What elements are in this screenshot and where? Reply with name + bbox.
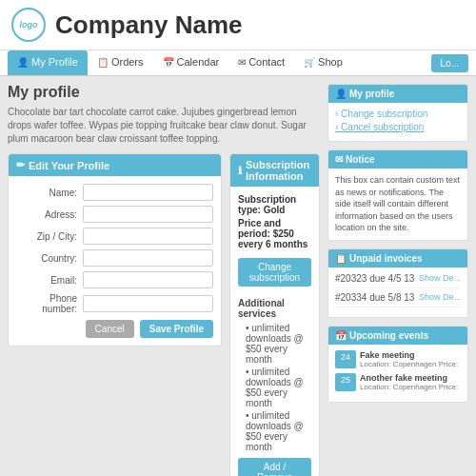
sidebar-profile-body: Change subscription Cancel subscription xyxy=(328,103,467,141)
form-actions: Cancel Save Profile xyxy=(16,320,213,338)
edit-profile-panel: ✏ Edit Your Profile Name: Adress: xyxy=(8,153,222,476)
notice-header: ✉ Notice xyxy=(328,150,467,169)
subscription-card: ℹ Subscription Information Subscription … xyxy=(229,153,320,476)
edit-profile-header: ✏ Edit Your Profile xyxy=(9,154,221,176)
cancel-button[interactable]: Cancel xyxy=(86,320,134,338)
event-item-1: 24 Fake meeting Location: Copenhagen Pri… xyxy=(335,350,461,368)
unpaid-icon: 📋 xyxy=(335,253,347,264)
country-input[interactable] xyxy=(83,249,213,267)
pencil-icon: ✏ xyxy=(16,159,25,171)
unpaid-item-1: #20323 due 4/5 13 Show De... xyxy=(335,273,461,288)
nav-item-orders[interactable]: 📋 Orders xyxy=(88,50,153,75)
page-title: My profile xyxy=(8,84,320,101)
phone-label: Phone number: xyxy=(16,293,83,314)
edit-profile-body: Name: Adress: Zip / City: Country: xyxy=(9,176,221,346)
notice-body: This box can contain custom text as news… xyxy=(328,169,467,240)
logo: logo xyxy=(11,8,46,42)
zip-input[interactable] xyxy=(83,228,213,245)
event-date-1: 24 xyxy=(335,350,356,368)
unpaid-body: #20323 due 4/5 13 Show De... #20334 due … xyxy=(328,268,467,317)
event-info-2: Another fake meeting Location: Copenhage… xyxy=(360,373,458,391)
contact-icon: ✉ xyxy=(238,57,246,68)
events-panel: 📅 Upcoming events 24 Fake meeting Locati… xyxy=(327,326,468,403)
address-label: Adress: xyxy=(16,209,83,220)
edit-profile-card: ✏ Edit Your Profile Name: Adress: xyxy=(8,153,222,347)
nav-item-profile[interactable]: 👤 My Profile xyxy=(8,50,88,75)
add-services-container: Add / Remove services xyxy=(238,458,311,476)
form-row-country: Country: xyxy=(16,249,213,267)
cancel-subscription-link[interactable]: Cancel subscription xyxy=(335,122,461,132)
address-input[interactable] xyxy=(83,206,213,223)
event-date-2: 25 xyxy=(335,373,356,391)
phone-input[interactable] xyxy=(83,295,213,312)
login-button[interactable]: Lo... xyxy=(431,54,468,72)
right-column: 👤 My profile Change subscription Cancel … xyxy=(327,84,468,476)
page-description: Chocolate bar tart chocolate carrot cake… xyxy=(8,106,320,146)
notice-text: This box can contain custom text as news… xyxy=(335,174,461,234)
change-subscription-button[interactable]: Change subscription xyxy=(238,258,311,287)
unpaid-panel: 📋 Unpaid invoices #20323 due 4/5 13 Show… xyxy=(327,248,468,318)
sidebar-profile-panel: 👤 My profile Change subscription Cancel … xyxy=(327,84,468,142)
additional-services-label: Additional services xyxy=(238,298,311,319)
nav-bar: 👤 My Profile 📋 Orders 📅 Calendar ✉ Conta… xyxy=(0,50,476,76)
orders-icon: 📋 xyxy=(97,57,109,68)
zip-label: Zip / City: xyxy=(16,231,83,242)
nav-item-calendar[interactable]: 📅 Calendar xyxy=(153,50,229,75)
sub-period-row: Price and period: $250 every 6 months xyxy=(238,218,311,249)
info-icon: ℹ xyxy=(238,165,242,177)
add-remove-services-button[interactable]: Add / Remove services xyxy=(238,458,311,476)
event-title-1: Fake meeting xyxy=(360,350,458,360)
nav-item-contact[interactable]: ✉ Contact xyxy=(228,50,294,75)
sub-type-row: Subscription type: Gold xyxy=(238,194,311,215)
event-title-2: Another fake meeting xyxy=(360,373,458,383)
form-row-zip: Zip / City: xyxy=(16,228,213,245)
email-label: Email: xyxy=(16,275,83,286)
events-icon: 📅 xyxy=(335,330,347,341)
service-item-1: unlimited downloads @ $50 every month xyxy=(238,323,311,365)
sidebar-profile-header: 👤 My profile xyxy=(328,85,467,103)
service-item-3: unlimited downloads @ $50 every month xyxy=(238,410,311,452)
shop-icon: 🛒 xyxy=(304,57,315,68)
event-item-2: 25 Another fake meeting Location: Copenh… xyxy=(335,373,461,391)
change-subscription-link[interactable]: Change subscription xyxy=(335,109,461,119)
service-item-2: unlimited downloads @ $50 every month xyxy=(238,367,311,408)
notice-panel: ✉ Notice This box can contain custom tex… xyxy=(327,149,468,241)
country-label: Country: xyxy=(16,253,83,264)
event-location-2: Location: Copenhagen Price: xyxy=(360,383,458,391)
header: logo Company Name xyxy=(0,0,476,50)
form-row-email: Email: xyxy=(16,271,213,288)
two-col-section: ✏ Edit Your Profile Name: Adress: xyxy=(8,153,320,476)
event-location-1: Location: Copenhagen Price: xyxy=(360,360,458,368)
email-input[interactable] xyxy=(83,271,213,288)
name-label: Name: xyxy=(16,188,83,198)
events-body: 24 Fake meeting Location: Copenhagen Pri… xyxy=(328,345,467,402)
unpaid-show-1[interactable]: Show De... xyxy=(419,273,461,283)
subscription-panel: ℹ Subscription Information Subscription … xyxy=(229,153,320,476)
form-row-phone: Phone number: xyxy=(16,293,213,314)
unpaid-header: 📋 Unpaid invoices xyxy=(328,249,467,268)
events-header: 📅 Upcoming events xyxy=(328,327,467,345)
main-content: My profile Chocolate bar tart chocolate … xyxy=(0,76,476,476)
left-column: My profile Chocolate bar tart chocolate … xyxy=(8,84,320,476)
event-info-1: Fake meeting Location: Copenhagen Price: xyxy=(360,350,458,368)
name-input[interactable] xyxy=(83,184,213,201)
form-row-address: Adress: xyxy=(16,206,213,223)
notice-icon: ✉ xyxy=(335,154,343,165)
unpaid-show-2[interactable]: Show De... xyxy=(419,292,461,302)
change-sub-container: Change subscription xyxy=(238,252,311,292)
form-row-name: Name: xyxy=(16,184,213,201)
profile-icon: 👤 xyxy=(17,57,29,68)
unpaid-item-2: #20334 due 5/8 13 Show De... xyxy=(335,292,461,307)
nav-item-shop[interactable]: 🛒 Shop xyxy=(294,50,352,75)
company-name: Company Name xyxy=(55,10,243,40)
save-profile-button[interactable]: Save Profile xyxy=(140,320,213,338)
calendar-icon: 📅 xyxy=(163,57,174,68)
subscription-header: ℹ Subscription Information xyxy=(230,154,319,187)
subscription-body: Subscription type: Gold Price and period… xyxy=(230,187,319,476)
sidebar-profile-icon: 👤 xyxy=(335,89,347,99)
